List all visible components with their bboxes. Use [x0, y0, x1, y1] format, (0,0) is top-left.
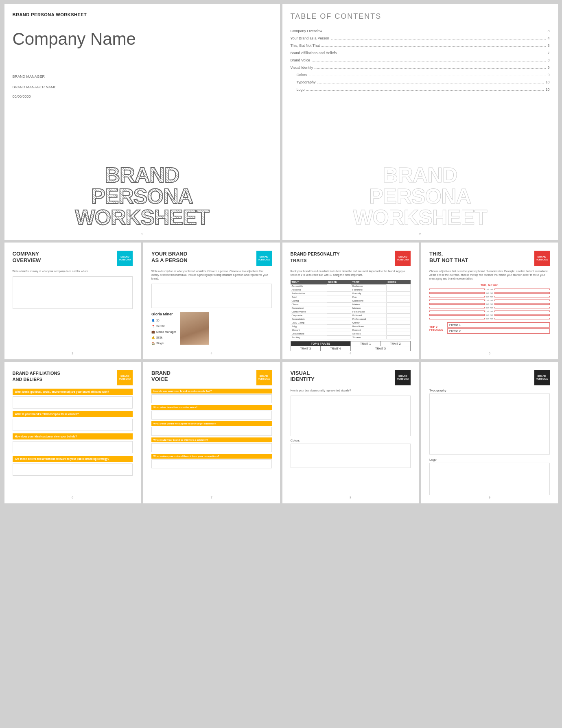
- traits-col-trait1: TRAIT: [291, 280, 327, 284]
- brand-person-badge: BRAND PERSONA: [256, 251, 272, 266]
- top2-phrases: TOP 2PHRASES Phrase 1 Phrase 2: [429, 322, 550, 334]
- top5-t2: TRAIT 2: [380, 341, 411, 346]
- list-item: but not: [429, 299, 550, 302]
- phrase2[interactable]: Phrase 2: [447, 328, 550, 334]
- brand-person-header: YOUR BRAND AS A PERSON BRAND PERSONA: [151, 251, 272, 266]
- toc-page-num: 2: [419, 232, 421, 236]
- voice-q4: Who would your brand be if it were a cel…: [151, 437, 272, 442]
- visual-identity-badge: BRAND PERSONA: [395, 370, 411, 385]
- toc-big-line2: PERSONA: [282, 186, 558, 207]
- affiliation-q1: What ideals (political, social, environm…: [13, 389, 133, 395]
- affiliation-q4: Are these beliefs and affiliations relev…: [13, 456, 133, 462]
- table-row: Conservative Personable: [291, 310, 411, 313]
- person-age: 35: [156, 319, 160, 322]
- cover-meta-name: BRAND MANAGER NAME: [13, 84, 272, 90]
- affiliation-a4[interactable]: [13, 463, 133, 476]
- top5-t3: TRAIT 3: [291, 346, 321, 351]
- toc-label-3: This, But Not That: [291, 44, 320, 48]
- phrase1[interactable]: Phrase 1: [447, 322, 550, 328]
- affiliation-a1[interactable]: [13, 396, 133, 409]
- affiliation-q3: How does your ideal customer view your b…: [13, 433, 133, 439]
- brand-traits-page-num: 4: [350, 352, 351, 355]
- voice-a1[interactable]: [151, 394, 272, 403]
- brand-person-photo-box: [151, 284, 272, 308]
- table-row: Altruistic Feminine: [291, 288, 411, 291]
- toc-page: TABLE OF CONTENTS Company Overview 3 You…: [282, 4, 558, 240]
- toc-big-line3: WORKSHEET: [282, 207, 558, 228]
- brand-traits-header: BRAND PERSONALITY TRAITS BRAND PERSONA: [291, 251, 411, 266]
- voice-a4[interactable]: [151, 443, 272, 452]
- company-overview-desc: Write a brief summary of what your compa…: [13, 269, 133, 273]
- person-job-row: 💼 Media Manager: [151, 329, 176, 335]
- table-row: Elegant Rugged: [291, 328, 411, 332]
- voice-a5[interactable]: [151, 459, 272, 468]
- this-not-badge: BRAND PERSONA: [534, 251, 550, 266]
- company-overview-badge: BRAND PERSONA: [117, 251, 133, 266]
- cover-page: BRAND PERSONA WORKSHEET Company Name BRA…: [4, 4, 280, 240]
- person-location-row: 📍 Seattle: [151, 324, 176, 329]
- cover-big-line3: WORKSHEET: [4, 207, 280, 228]
- toc-item-7: Colors 9: [291, 73, 550, 77]
- brand-person-page: YOUR BRAND AS A PERSON BRAND PERSONA Wri…: [143, 243, 280, 359]
- person-status: Single: [156, 342, 164, 345]
- this-not-title: THIS, BUT NOT THAT: [429, 251, 468, 263]
- table-row: Accessible Exclusive: [291, 284, 411, 288]
- table-row: Clever Mature: [291, 302, 411, 306]
- logo-label: Logo: [429, 458, 550, 461]
- company-overview-box[interactable]: [13, 276, 133, 309]
- list-item: but not: [429, 310, 550, 313]
- this-not-desc: Choose adjectives that describe your key…: [429, 269, 550, 280]
- traits-table: TRAIT SCORE TRAIT SCORE Accessible Exclu…: [291, 280, 411, 339]
- voice-a3[interactable]: [151, 427, 272, 436]
- typography-box[interactable]: [429, 394, 550, 455]
- this-not-page-num: 5: [489, 352, 490, 355]
- person-job: Media Manager: [156, 330, 176, 333]
- visual-identity-header: VISUAL IDENTITY BRAND PERSONA: [291, 370, 411, 385]
- toc-items: Company Overview 3 Your Brand as a Perso…: [291, 29, 550, 92]
- typography-header: BRAND PERSONA: [429, 370, 550, 385]
- vi-colors-box[interactable]: [291, 444, 411, 468]
- top5-t4: TRAIT 4: [321, 346, 351, 351]
- toc-item-1: Company Overview 3: [291, 29, 550, 33]
- voice-q5: What makes your voice different from you…: [151, 454, 272, 459]
- voice-q2: What other brand has a similar voice?: [151, 405, 272, 410]
- affiliations-title: BRAND AFFILIATIONS AND BELIEFS: [13, 370, 60, 383]
- visual-identity-desc: How is your brand personality represente…: [291, 389, 411, 392]
- toc-title: TABLE OF CONTENTS: [291, 12, 550, 21]
- cover-page-num: 1: [141, 232, 143, 236]
- traits-col-score2: SCORE: [386, 280, 410, 284]
- visual-identity-main-box[interactable]: [291, 396, 411, 436]
- list-item: but not: [429, 288, 550, 291]
- person-details: Gloria Miner 👤 35 📍 Seattle 💼 Media Mana…: [151, 312, 176, 346]
- cover-date: 00/00/0000: [13, 94, 272, 98]
- typography-page-num: 9: [489, 496, 490, 499]
- toc-big-line1: BRAND: [282, 164, 558, 186]
- toc-label-5: Brand Voice: [291, 58, 311, 62]
- toc-item-5: Brand Voice 8: [291, 58, 550, 62]
- affiliation-a2[interactable]: [13, 419, 133, 431]
- affiliations-header: BRAND AFFILIATIONS AND BELIEFS BRAND PER…: [13, 370, 133, 385]
- logo-box[interactable]: [429, 463, 550, 495]
- person-status-row: 🏠 Single: [151, 341, 176, 346]
- toc-label-4: Brand Affiliations and Beliefs: [291, 51, 337, 55]
- table-row: Bold Fun: [291, 295, 411, 299]
- this-not-header: THIS, BUT NOT THAT BRAND PERSONA: [429, 251, 550, 266]
- toc-item-6: Visual Identity 9: [291, 66, 550, 70]
- cover-title: BRAND PERSONA WORKSHEET: [13, 12, 272, 17]
- person-info: Gloria Miner 👤 35 📍 Seattle 💼 Media Mana…: [151, 312, 272, 346]
- top2-content: Phrase 1 Phrase 2: [447, 322, 550, 334]
- toc-label-2: Your Brand as a Person: [291, 36, 329, 40]
- list-item: but not: [429, 314, 550, 316]
- toc-big-text: BRAND PERSONA WORKSHEET: [282, 164, 558, 228]
- this-not-rows: but not but not but not but not but not: [429, 288, 550, 320]
- toc-label-1: Company Overview: [291, 29, 323, 33]
- brand-traits-desc: Rank your brand based on which traits be…: [291, 269, 411, 277]
- cover-big-line1: BRAND: [4, 164, 280, 186]
- affiliation-a3[interactable]: [13, 441, 133, 453]
- top5-table: TOP 5 TRAITS TRAIT 1 TRAIT 2 TRAIT 3 TRA…: [291, 341, 411, 351]
- cover-big-line2: PERSONA: [4, 186, 280, 207]
- brand-voice-header: BRAND VOICE BRAND PERSONA: [151, 370, 272, 385]
- affiliations-page: BRAND AFFILIATIONS AND BELIEFS BRAND PER…: [4, 362, 141, 503]
- traits-col-trait2: TRAIT: [351, 280, 387, 284]
- voice-a2[interactable]: [151, 411, 272, 420]
